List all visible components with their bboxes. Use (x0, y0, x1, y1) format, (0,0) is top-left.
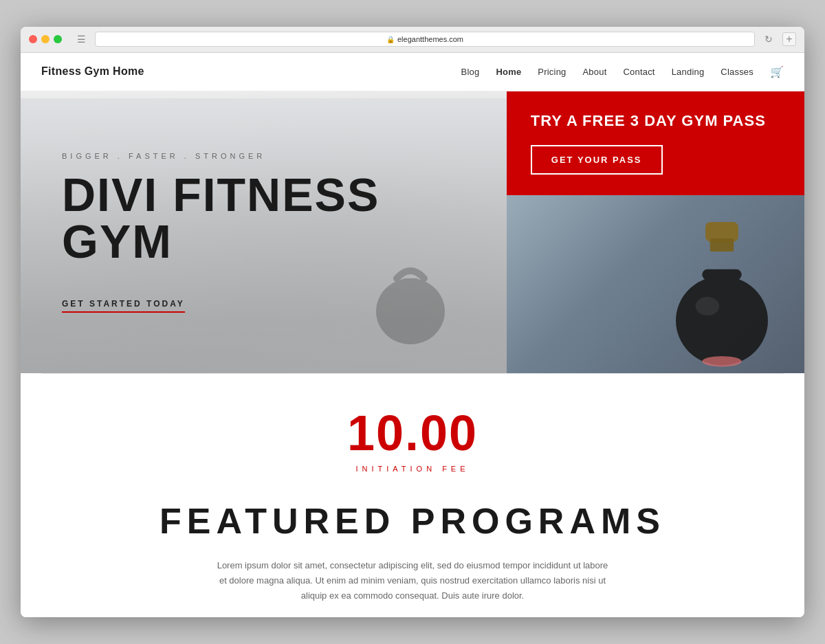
site-logo: Fitness Gym Home (41, 65, 144, 78)
nav-landing[interactable]: Landing (672, 67, 705, 77)
browser-chrome: ☰ 🔒 elegantthemes.com ↻ + (21, 27, 804, 53)
featured-description: Lorem ipsum dolor sit amet, consectetur … (213, 558, 612, 603)
nav-blog[interactable]: Blog (461, 67, 480, 77)
hero-title: DIVI FITNESS GYM (62, 171, 380, 265)
promo-title: TRY A FREE 3 DAY GYM PASS (531, 112, 780, 130)
pricing-amount: 10.00 (34, 408, 791, 458)
close-button[interactable] (29, 35, 37, 43)
lock-icon: 🔒 (386, 36, 395, 43)
get-pass-button[interactable]: GET YOUR PASS (531, 145, 663, 175)
refresh-icon[interactable]: ↻ (760, 31, 777, 47)
svg-point-7 (696, 297, 719, 315)
svg-rect-1 (402, 278, 419, 298)
minimize-button[interactable] (41, 35, 50, 43)
pricing-section: 10.00 INITIATION FEE FEATURED PROGRAMS L… (21, 374, 804, 617)
promo-panel: TRY A FREE 3 DAY GYM PASS GET YOUR PASS (507, 91, 804, 195)
svg-rect-3 (710, 238, 734, 252)
reader-icon[interactable]: ☰ (73, 31, 89, 47)
new-tab-button[interactable]: + (782, 32, 796, 46)
hero-section: BIGGER . FASTER . STRONGER DIVI FITNESS … (21, 91, 804, 373)
hero-right-panel: TRY A FREE 3 DAY GYM PASS GET YOUR PASS (507, 91, 804, 373)
site-nav: Blog Home Pricing About Contact Landing … (461, 65, 784, 78)
hero-title-line1: DIVI FITNESS (62, 168, 380, 221)
pricing-label: INITIATION FEE (34, 465, 791, 473)
hero-title-line2: GYM (62, 215, 173, 267)
traffic-lights (29, 35, 62, 43)
kettlebell-image (653, 222, 791, 373)
hero-left-panel: BIGGER . FASTER . STRONGER DIVI FITNESS … (21, 91, 507, 373)
nav-about[interactable]: About (583, 67, 607, 77)
kettlebell-panel (507, 195, 804, 373)
featured-title: FEATURED PROGRAMS (34, 500, 791, 542)
site-header: Fitness Gym Home Blog Home Pricing About… (21, 53, 804, 91)
website-content: Fitness Gym Home Blog Home Pricing About… (21, 53, 804, 617)
cart-icon[interactable]: 🛒 (770, 65, 784, 78)
nav-pricing[interactable]: Pricing (538, 67, 566, 77)
hero-text: BIGGER . FASTER . STRONGER DIVI FITNESS … (62, 152, 380, 313)
address-bar[interactable]: 🔒 elegantthemes.com (95, 32, 755, 47)
url-text: elegantthemes.com (397, 35, 463, 43)
svg-point-6 (676, 276, 768, 365)
browser-window: ☰ 🔒 elegantthemes.com ↻ + Fitness Gym Ho… (21, 27, 804, 617)
svg-point-8 (702, 356, 741, 366)
nav-classes[interactable]: Classes (720, 67, 754, 77)
nav-home[interactable]: Home (496, 67, 521, 77)
hero-kettlebell-decoration (369, 236, 452, 346)
hero-subtitle: BIGGER . FASTER . STRONGER (62, 152, 380, 160)
maximize-button[interactable] (54, 35, 62, 43)
nav-contact[interactable]: Contact (623, 67, 654, 77)
hero-cta-button[interactable]: GET STARTED TODAY (62, 292, 185, 313)
